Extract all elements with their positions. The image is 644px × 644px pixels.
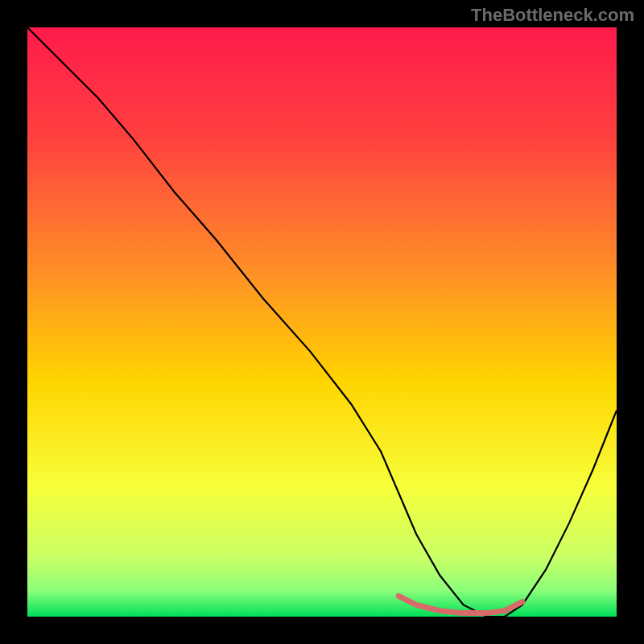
chart-svg [0, 0, 644, 644]
watermark-text: TheBottleneck.com [471, 5, 634, 26]
chart-container: { "watermark": "TheBottleneck.com", "cha… [0, 0, 644, 644]
plot-gradient-rect [27, 27, 617, 617]
